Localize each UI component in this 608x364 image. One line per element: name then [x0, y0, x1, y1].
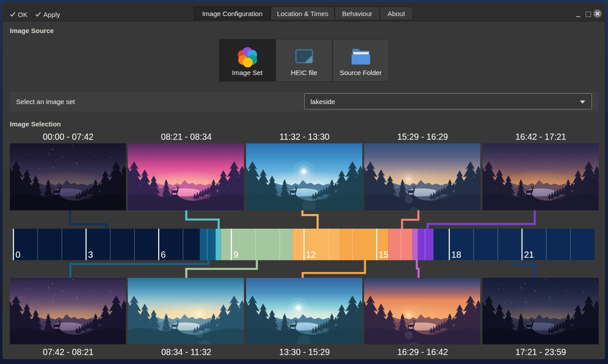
svg-text:18: 18: [451, 250, 461, 259]
svg-text:12: 12: [306, 250, 316, 259]
svg-text:9: 9: [233, 250, 238, 259]
svg-text:6: 6: [161, 250, 166, 259]
svg-text:0: 0: [16, 250, 21, 259]
svg-text:15: 15: [379, 250, 389, 259]
svg-text:3: 3: [88, 250, 93, 259]
svg-text:21: 21: [524, 250, 534, 259]
